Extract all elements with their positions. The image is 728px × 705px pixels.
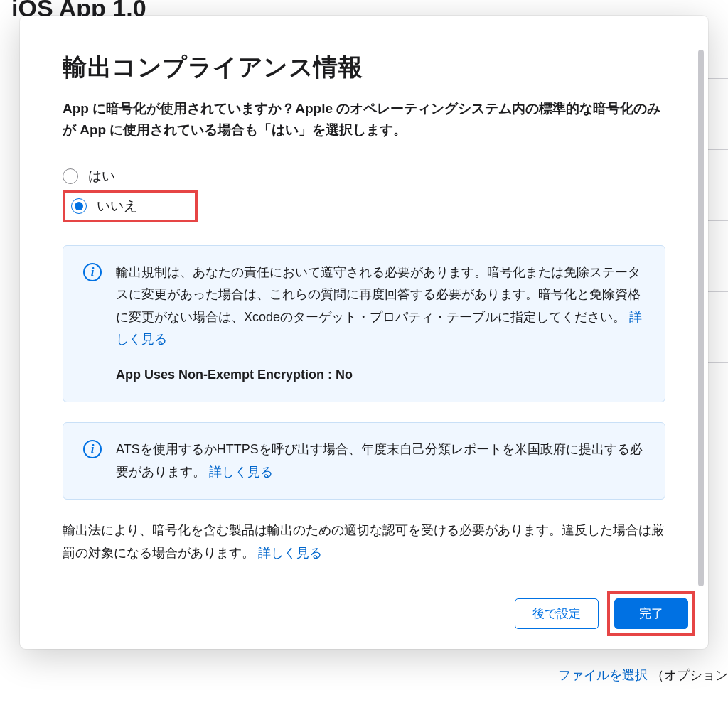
radio-yes-label: はい	[88, 167, 115, 185]
info-box-export-regulation: i 輸出規制は、あなたの責任において遵守される必要があります。暗号化または免除ス…	[63, 245, 665, 403]
encryption-radio-group: はい いいえ	[63, 163, 665, 222]
info-icon-wrapper: i	[83, 262, 102, 387]
info-box-1-text: 輸出規制は、あなたの責任において遵守される必要があります。暗号化または免除ステー…	[116, 265, 641, 324]
radio-option-no[interactable]: いいえ	[63, 190, 198, 222]
export-compliance-modal: 輸出コンプライアンス情報 App に暗号化が使用されていますか？Apple のオ…	[20, 16, 708, 649]
radio-no-label: いいえ	[97, 197, 137, 215]
info-icon-wrapper: i	[83, 438, 102, 483]
footer-note-text: 輸出法により、暗号化を含む製品は輸出のための適切な認可を受ける必要があります。違…	[63, 523, 664, 560]
modal-backdrop: 輸出コンプライアンス情報 App に暗号化が使用されていますか？Apple のオ…	[0, 0, 728, 705]
non-exempt-encryption-line: App Uses Non-Exempt Encryption : No	[116, 364, 645, 387]
radio-dot-icon	[75, 202, 83, 210]
radio-option-yes[interactable]: はい	[63, 163, 665, 190]
done-button[interactable]: 完了	[614, 598, 688, 629]
radio-circle-unselected-icon	[63, 168, 78, 184]
modal-scrollbar[interactable]	[698, 50, 704, 586]
info-icon: i	[83, 263, 102, 281]
learn-more-link-3[interactable]: 詳しく見る	[258, 546, 322, 560]
modal-footer: 後で設定 完了	[20, 586, 708, 649]
modal-title: 輸出コンプライアンス情報	[63, 51, 665, 84]
set-later-button[interactable]: 後で設定	[515, 598, 599, 629]
radio-circle-selected-icon	[71, 198, 87, 214]
done-button-highlight: 完了	[607, 591, 695, 636]
info-icon: i	[83, 440, 102, 458]
info-box-1-content: 輸出規制は、あなたの責任において遵守される必要があります。暗号化または免除ステー…	[116, 262, 645, 387]
info-box-ats-https: i ATSを使用するかHTTPSを呼び出す場合、年度末自己分類レポートを米国政府…	[63, 422, 665, 500]
learn-more-link-2[interactable]: 詳しく見る	[209, 465, 273, 479]
modal-body: 輸出コンプライアンス情報 App に暗号化が使用されていますか？Apple のオ…	[20, 16, 708, 586]
info-box-2-text: ATSを使用するかHTTPSを呼び出す場合、年度末自己分類レポートを米国政府に提…	[116, 442, 643, 479]
footer-note: 輸出法により、暗号化を含む製品は輸出のための適切な認可を受ける必要があります。違…	[63, 520, 665, 564]
info-box-2-content: ATSを使用するかHTTPSを呼び出す場合、年度末自己分類レポートを米国政府に提…	[116, 438, 645, 483]
modal-subtitle: App に暗号化が使用されていますか？Apple のオペレーティングシステム内の…	[63, 98, 665, 141]
